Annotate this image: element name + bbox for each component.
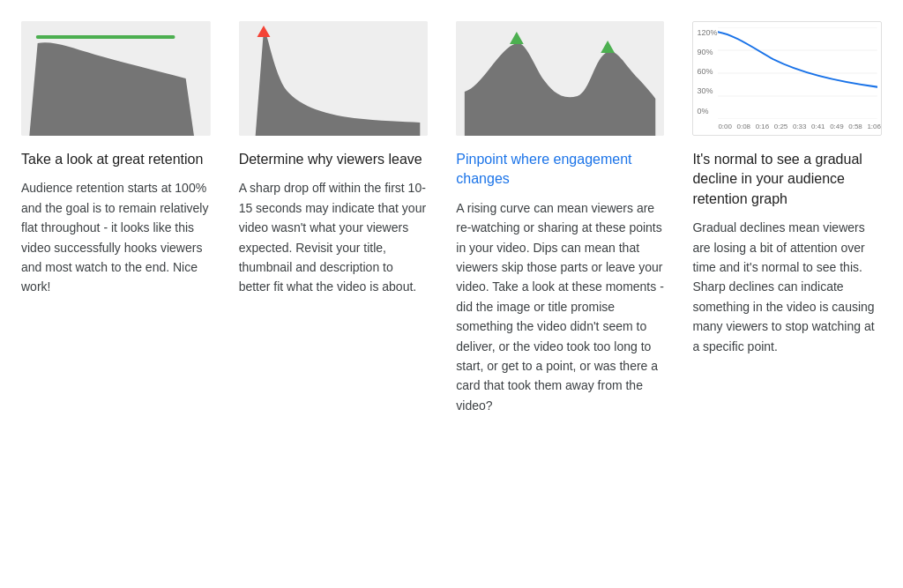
body-great-retention: Audience retention starts at 100% and th… — [21, 178, 211, 296]
title-engagement: Pinpoint where engagement changes — [456, 150, 664, 190]
chart-peaks — [456, 21, 664, 136]
x-axis-labels: 0:00 0:08 0:16 0:25 0:33 0:41 0:49 0:58 … — [718, 122, 881, 132]
y-label-60: 60% — [697, 66, 717, 78]
y-label-120: 120% — [697, 27, 717, 40]
body-viewers-leave: A sharp drop off within the first 10-15 … — [239, 178, 429, 296]
x-label-0: 0:00 — [718, 122, 732, 132]
y-label-0: 0% — [697, 106, 717, 118]
main-container: Take a look at great retention Audience … — [21, 21, 882, 415]
chart-gradual: 120% 90% 60% 30% 0% 0:00 — [692, 21, 882, 136]
chart-flat — [21, 21, 211, 136]
x-label-8: 1:06 — [867, 122, 881, 132]
x-label-1: 0:08 — [737, 122, 751, 132]
gradual-chart-svg-container — [718, 27, 877, 119]
x-label-7: 0:58 — [848, 122, 862, 132]
column-gradual-decline: 120% 90% 60% 30% 0% 0:00 — [692, 21, 882, 415]
column-engagement: Pinpoint where engagement changes A risi… — [456, 21, 664, 415]
body-engagement: A rising curve can mean viewers are re-w… — [456, 198, 664, 415]
x-label-6: 0:49 — [830, 122, 844, 132]
x-label-3: 0:25 — [774, 122, 788, 132]
column-viewers-leave: Determine why viewers leave A sharp drop… — [239, 21, 429, 415]
y-label-30: 30% — [697, 86, 717, 98]
title-gradual-decline: It's normal to see a gradual decline in … — [692, 150, 882, 209]
y-axis-labels: 120% 90% 60% 30% 0% — [693, 27, 720, 117]
x-label-2: 0:16 — [756, 122, 770, 132]
title-viewers-leave: Determine why viewers leave — [239, 150, 429, 169]
x-label-4: 0:33 — [793, 122, 807, 132]
column-great-retention: Take a look at great retention Audience … — [21, 21, 211, 415]
y-label-90: 90% — [697, 47, 717, 59]
chart-sharp-drop — [239, 21, 429, 136]
x-label-5: 0:41 — [811, 122, 825, 132]
body-gradual-decline: Gradual declines mean viewers are losing… — [692, 218, 882, 356]
title-great-retention: Take a look at great retention — [21, 150, 211, 169]
